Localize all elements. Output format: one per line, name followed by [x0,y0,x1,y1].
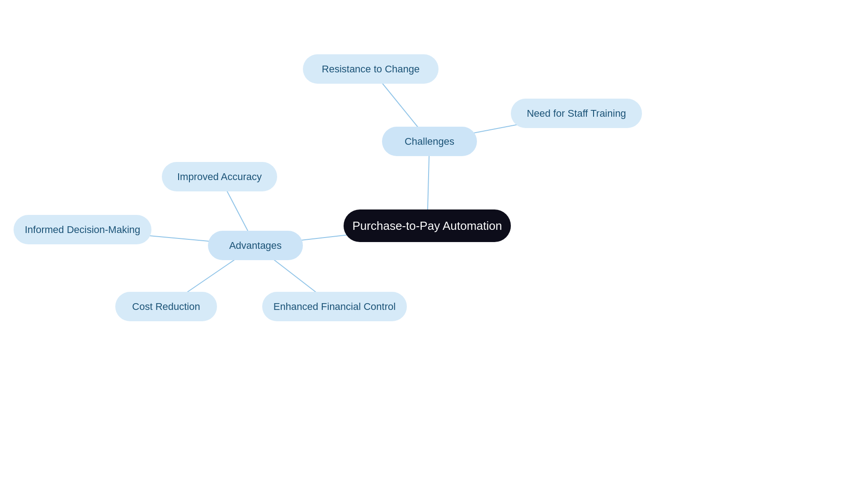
improved-accuracy-label: Improved Accuracy [177,171,262,183]
central-label: Purchase-to-Pay Automation [353,219,502,233]
informed-decision-label: Informed Decision-Making [25,224,141,236]
financial-control-node: Enhanced Financial Control [262,292,407,321]
central-node: Purchase-to-Pay Automation [344,209,511,242]
challenges-node: Challenges [382,127,477,156]
advantages-node: Advantages [208,231,303,260]
improved-accuracy-node: Improved Accuracy [162,162,277,191]
resistance-label: Resistance to Change [322,63,420,75]
informed-decision-node: Informed Decision-Making [14,215,151,244]
cost-reduction-node: Cost Reduction [115,292,217,321]
resistance-node: Resistance to Change [303,54,439,84]
financial-control-label: Enhanced Financial Control [274,301,396,313]
staff-training-label: Need for Staff Training [527,108,626,119]
staff-training-node: Need for Staff Training [511,99,642,128]
challenges-label: Challenges [405,136,454,147]
cost-reduction-label: Cost Reduction [132,301,200,313]
advantages-label: Advantages [229,240,282,252]
